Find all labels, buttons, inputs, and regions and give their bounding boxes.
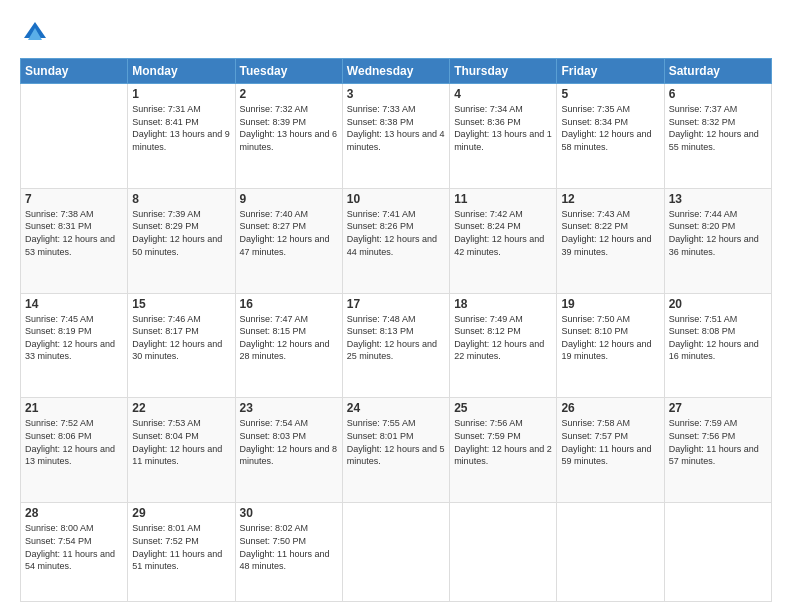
day-info: Sunrise: 7:37 AMSunset: 8:32 PMDaylight:… — [669, 103, 767, 153]
calendar-cell: 5Sunrise: 7:35 AMSunset: 8:34 PMDaylight… — [557, 84, 664, 189]
page: SundayMondayTuesdayWednesdayThursdayFrid… — [0, 0, 792, 612]
day-number: 2 — [240, 87, 338, 101]
weekday-header: Tuesday — [235, 59, 342, 84]
day-info: Sunrise: 7:42 AMSunset: 8:24 PMDaylight:… — [454, 208, 552, 258]
day-number: 18 — [454, 297, 552, 311]
day-number: 24 — [347, 401, 445, 415]
calendar-cell: 19Sunrise: 7:50 AMSunset: 8:10 PMDayligh… — [557, 293, 664, 398]
calendar-week-row: 21Sunrise: 7:52 AMSunset: 8:06 PMDayligh… — [21, 398, 772, 503]
day-number: 17 — [347, 297, 445, 311]
day-number: 4 — [454, 87, 552, 101]
calendar-cell: 20Sunrise: 7:51 AMSunset: 8:08 PMDayligh… — [664, 293, 771, 398]
calendar-week-row: 28Sunrise: 8:00 AMSunset: 7:54 PMDayligh… — [21, 503, 772, 602]
calendar-cell: 7Sunrise: 7:38 AMSunset: 8:31 PMDaylight… — [21, 188, 128, 293]
day-number: 30 — [240, 506, 338, 520]
day-number: 27 — [669, 401, 767, 415]
calendar-cell: 23Sunrise: 7:54 AMSunset: 8:03 PMDayligh… — [235, 398, 342, 503]
day-info: Sunrise: 7:39 AMSunset: 8:29 PMDaylight:… — [132, 208, 230, 258]
calendar-cell: 29Sunrise: 8:01 AMSunset: 7:52 PMDayligh… — [128, 503, 235, 602]
calendar-cell: 13Sunrise: 7:44 AMSunset: 8:20 PMDayligh… — [664, 188, 771, 293]
calendar-cell: 6Sunrise: 7:37 AMSunset: 8:32 PMDaylight… — [664, 84, 771, 189]
calendar-cell: 18Sunrise: 7:49 AMSunset: 8:12 PMDayligh… — [450, 293, 557, 398]
day-info: Sunrise: 8:01 AMSunset: 7:52 PMDaylight:… — [132, 522, 230, 572]
day-info: Sunrise: 7:41 AMSunset: 8:26 PMDaylight:… — [347, 208, 445, 258]
day-number: 28 — [25, 506, 123, 520]
day-number: 14 — [25, 297, 123, 311]
day-info: Sunrise: 7:38 AMSunset: 8:31 PMDaylight:… — [25, 208, 123, 258]
day-number: 19 — [561, 297, 659, 311]
weekday-header: Monday — [128, 59, 235, 84]
calendar-cell: 11Sunrise: 7:42 AMSunset: 8:24 PMDayligh… — [450, 188, 557, 293]
calendar-week-row: 7Sunrise: 7:38 AMSunset: 8:31 PMDaylight… — [21, 188, 772, 293]
day-number: 16 — [240, 297, 338, 311]
day-number: 23 — [240, 401, 338, 415]
day-info: Sunrise: 7:46 AMSunset: 8:17 PMDaylight:… — [132, 313, 230, 363]
day-info: Sunrise: 7:51 AMSunset: 8:08 PMDaylight:… — [669, 313, 767, 363]
weekday-header: Wednesday — [342, 59, 449, 84]
weekday-row: SundayMondayTuesdayWednesdayThursdayFrid… — [21, 59, 772, 84]
day-number: 10 — [347, 192, 445, 206]
day-info: Sunrise: 7:34 AMSunset: 8:36 PMDaylight:… — [454, 103, 552, 153]
logo — [20, 18, 54, 48]
day-number: 21 — [25, 401, 123, 415]
weekday-header: Friday — [557, 59, 664, 84]
calendar-cell — [664, 503, 771, 602]
calendar-cell: 9Sunrise: 7:40 AMSunset: 8:27 PMDaylight… — [235, 188, 342, 293]
day-number: 3 — [347, 87, 445, 101]
day-info: Sunrise: 7:59 AMSunset: 7:56 PMDaylight:… — [669, 417, 767, 467]
calendar-cell: 26Sunrise: 7:58 AMSunset: 7:57 PMDayligh… — [557, 398, 664, 503]
calendar-cell: 15Sunrise: 7:46 AMSunset: 8:17 PMDayligh… — [128, 293, 235, 398]
calendar-cell: 22Sunrise: 7:53 AMSunset: 8:04 PMDayligh… — [128, 398, 235, 503]
day-info: Sunrise: 8:02 AMSunset: 7:50 PMDaylight:… — [240, 522, 338, 572]
weekday-header: Sunday — [21, 59, 128, 84]
day-info: Sunrise: 7:53 AMSunset: 8:04 PMDaylight:… — [132, 417, 230, 467]
day-number: 13 — [669, 192, 767, 206]
calendar-cell: 17Sunrise: 7:48 AMSunset: 8:13 PMDayligh… — [342, 293, 449, 398]
day-info: Sunrise: 7:52 AMSunset: 8:06 PMDaylight:… — [25, 417, 123, 467]
day-number: 11 — [454, 192, 552, 206]
day-number: 22 — [132, 401, 230, 415]
day-number: 9 — [240, 192, 338, 206]
day-number: 5 — [561, 87, 659, 101]
calendar-cell — [557, 503, 664, 602]
header — [20, 18, 772, 48]
calendar-cell — [450, 503, 557, 602]
logo-icon — [20, 18, 50, 48]
calendar-cell: 1Sunrise: 7:31 AMSunset: 8:41 PMDaylight… — [128, 84, 235, 189]
day-info: Sunrise: 7:40 AMSunset: 8:27 PMDaylight:… — [240, 208, 338, 258]
day-info: Sunrise: 7:58 AMSunset: 7:57 PMDaylight:… — [561, 417, 659, 467]
day-number: 1 — [132, 87, 230, 101]
calendar-week-row: 1Sunrise: 7:31 AMSunset: 8:41 PMDaylight… — [21, 84, 772, 189]
day-number: 25 — [454, 401, 552, 415]
calendar-cell: 28Sunrise: 8:00 AMSunset: 7:54 PMDayligh… — [21, 503, 128, 602]
day-number: 15 — [132, 297, 230, 311]
day-number: 20 — [669, 297, 767, 311]
day-info: Sunrise: 7:47 AMSunset: 8:15 PMDaylight:… — [240, 313, 338, 363]
calendar: SundayMondayTuesdayWednesdayThursdayFrid… — [20, 58, 772, 602]
weekday-header: Saturday — [664, 59, 771, 84]
calendar-body: 1Sunrise: 7:31 AMSunset: 8:41 PMDaylight… — [21, 84, 772, 602]
day-info: Sunrise: 7:54 AMSunset: 8:03 PMDaylight:… — [240, 417, 338, 467]
day-info: Sunrise: 7:55 AMSunset: 8:01 PMDaylight:… — [347, 417, 445, 467]
calendar-cell: 2Sunrise: 7:32 AMSunset: 8:39 PMDaylight… — [235, 84, 342, 189]
calendar-cell — [342, 503, 449, 602]
day-info: Sunrise: 8:00 AMSunset: 7:54 PMDaylight:… — [25, 522, 123, 572]
day-info: Sunrise: 7:49 AMSunset: 8:12 PMDaylight:… — [454, 313, 552, 363]
calendar-cell: 25Sunrise: 7:56 AMSunset: 7:59 PMDayligh… — [450, 398, 557, 503]
calendar-week-row: 14Sunrise: 7:45 AMSunset: 8:19 PMDayligh… — [21, 293, 772, 398]
weekday-header: Thursday — [450, 59, 557, 84]
day-number: 7 — [25, 192, 123, 206]
calendar-cell: 16Sunrise: 7:47 AMSunset: 8:15 PMDayligh… — [235, 293, 342, 398]
day-info: Sunrise: 7:32 AMSunset: 8:39 PMDaylight:… — [240, 103, 338, 153]
day-number: 12 — [561, 192, 659, 206]
calendar-cell: 27Sunrise: 7:59 AMSunset: 7:56 PMDayligh… — [664, 398, 771, 503]
calendar-cell: 21Sunrise: 7:52 AMSunset: 8:06 PMDayligh… — [21, 398, 128, 503]
calendar-header: SundayMondayTuesdayWednesdayThursdayFrid… — [21, 59, 772, 84]
day-number: 29 — [132, 506, 230, 520]
calendar-cell: 14Sunrise: 7:45 AMSunset: 8:19 PMDayligh… — [21, 293, 128, 398]
day-info: Sunrise: 7:45 AMSunset: 8:19 PMDaylight:… — [25, 313, 123, 363]
day-info: Sunrise: 7:44 AMSunset: 8:20 PMDaylight:… — [669, 208, 767, 258]
day-number: 8 — [132, 192, 230, 206]
day-info: Sunrise: 7:33 AMSunset: 8:38 PMDaylight:… — [347, 103, 445, 153]
day-info: Sunrise: 7:50 AMSunset: 8:10 PMDaylight:… — [561, 313, 659, 363]
